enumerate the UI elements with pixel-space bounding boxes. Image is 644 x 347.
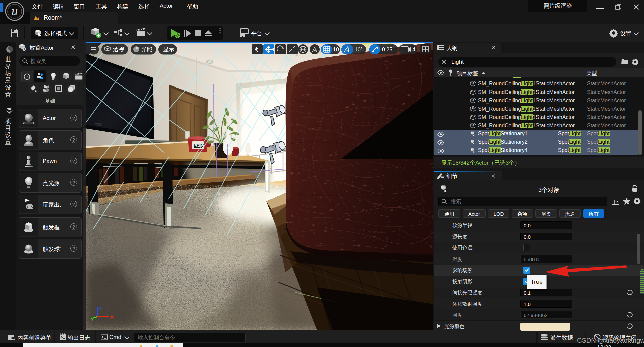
svg-text:0.25: 0.25: [382, 47, 392, 52]
svg-text:4: 4: [412, 47, 415, 52]
svg-text:u: u: [12, 4, 18, 18]
svg-text:X: X: [110, 314, 114, 320]
svg-text:10°: 10°: [355, 47, 363, 52]
svg-text:Y: Y: [91, 317, 94, 322]
svg-text:EPIC: EPIC: [95, 123, 102, 127]
svg-text:Z: Z: [99, 304, 102, 310]
svg-text:10: 10: [333, 47, 339, 52]
svg-text:透视: 透视: [113, 46, 124, 53]
svg-text:光照: 光照: [141, 46, 152, 53]
svg-text:显示: 显示: [163, 46, 174, 53]
